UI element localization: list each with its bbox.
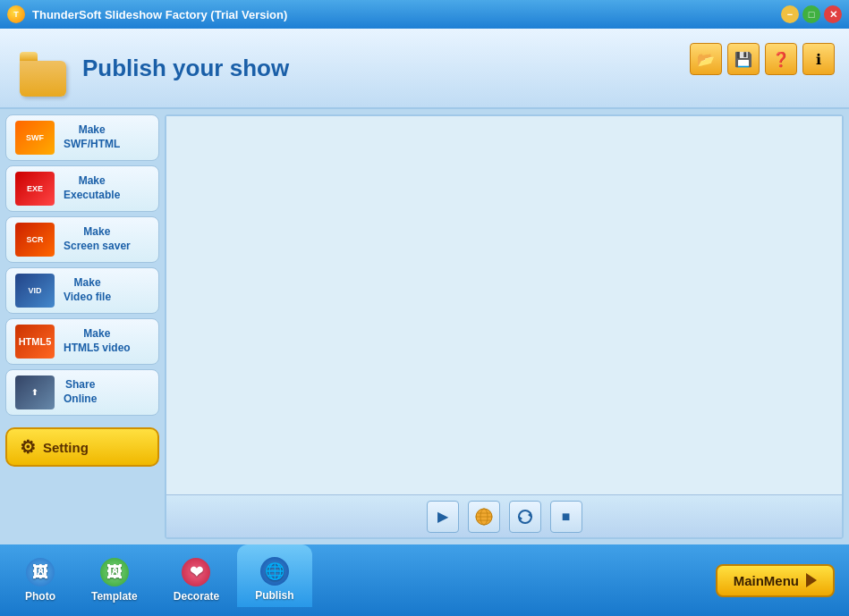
minimize-button[interactable]: − <box>781 5 799 23</box>
refresh-button[interactable] <box>509 501 541 533</box>
preview-area <box>166 116 842 494</box>
content-area: ▶ ■ <box>165 114 844 539</box>
nav-label-template: Template <box>91 590 138 603</box>
stop-button[interactable]: ■ <box>550 501 582 533</box>
nav-label-decorate: Decorate <box>174 590 219 603</box>
h5-icon: HTML5 <box>15 325 55 359</box>
main-area: SWF Make SWF/HTML EXE Make Executable SC… <box>0 109 849 544</box>
decorate-nav-icon: ❤ <box>182 558 210 586</box>
header: Publish your show 📂 💾 ❓ ℹ <box>0 29 849 109</box>
nav-item-template[interactable]: 🖼 Template <box>73 553 156 608</box>
nav-label-photo: Photo <box>25 590 55 603</box>
titlebar: T ThunderSoft Slideshow Factory (Trial V… <box>0 0 849 29</box>
sidebar-item-share[interactable]: ⬆ Share Online <box>5 369 159 416</box>
sidebar-label-make-exe: Make Executable <box>64 174 120 202</box>
titlebar-buttons: − □ ✕ <box>781 5 842 23</box>
setting-label: Setting <box>43 440 89 455</box>
nav-item-photo[interactable]: 🖼 Photo <box>7 553 73 608</box>
browser-icon <box>474 507 494 527</box>
vid-icon: VID <box>15 274 55 308</box>
open-button[interactable]: 📂 <box>690 43 722 75</box>
sidebar: SWF Make SWF/HTML EXE Make Executable SC… <box>5 114 159 539</box>
sidebar-item-make-swf[interactable]: SWF Make SWF/HTML <box>5 114 159 161</box>
setting-button[interactable]: ⚙ Setting <box>5 427 159 467</box>
nav-item-decorate[interactable]: ❤ Decorate <box>156 553 237 608</box>
help-button[interactable]: ❓ <box>765 43 797 75</box>
browser-button[interactable] <box>468 501 500 533</box>
arrow-right-icon <box>806 573 817 587</box>
sidebar-item-make-vid[interactable]: VID Make Video file <box>5 267 159 314</box>
player-controls: ▶ ■ <box>166 494 842 537</box>
page-title: Publish your show <box>82 55 289 82</box>
titlebar-title: ThunderSoft Slideshow Factory (Trial Ver… <box>32 8 774 21</box>
sidebar-label-make-scr: Make Screen saver <box>64 225 131 253</box>
header-toolbar: 📂 💾 ❓ ℹ <box>690 43 835 75</box>
sidebar-label-share: Share Online <box>64 378 97 406</box>
header-folder-icon <box>14 39 72 97</box>
gear-icon: ⚙ <box>20 436 36 458</box>
photo-nav-icon: 🖼 <box>26 558 55 586</box>
nav-item-publish[interactable]: 🌐 Publish <box>237 544 311 607</box>
publish-nav-icon: 🌐 <box>260 557 289 586</box>
mainmenu-button[interactable]: MainMenu <box>716 564 835 597</box>
sidebar-label-make-vid: Make Video file <box>64 276 111 304</box>
bottom-nav: 🖼 Photo 🖼 Template ❤ Decorate 🌐 Publish … <box>0 544 849 616</box>
sidebar-label-make-swf: Make SWF/HTML <box>64 123 120 151</box>
scr-icon: SCR <box>15 223 55 257</box>
sidebar-item-make-h5[interactable]: HTML5 Make HTML5 video <box>5 318 159 365</box>
nav-label-publish: Publish <box>255 589 293 602</box>
swf-icon: SWF <box>15 121 55 155</box>
template-nav-icon: 🖼 <box>100 558 129 586</box>
mainmenu-label: MainMenu <box>734 573 799 588</box>
sidebar-item-make-exe[interactable]: EXE Make Executable <box>5 165 159 212</box>
app-icon: T <box>7 5 25 23</box>
share-icon: ⬆ <box>15 376 55 409</box>
close-button[interactable]: ✕ <box>824 5 842 23</box>
play-button[interactable]: ▶ <box>427 501 459 533</box>
save-button[interactable]: 💾 <box>727 43 760 75</box>
exe-icon: EXE <box>15 172 55 206</box>
sidebar-label-make-h5: Make HTML5 video <box>64 327 131 355</box>
maximize-button[interactable]: □ <box>802 5 820 23</box>
info-button[interactable]: ℹ <box>802 43 835 75</box>
refresh-icon <box>515 507 535 527</box>
sidebar-item-make-scr[interactable]: SCR Make Screen saver <box>5 216 159 263</box>
